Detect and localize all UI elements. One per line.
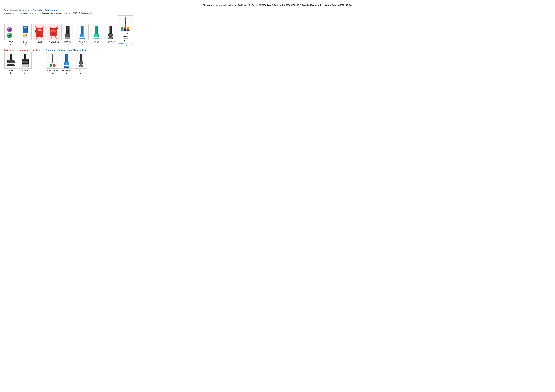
- svg-rect-18: [25, 35, 25, 36]
- svg-point-10: [11, 34, 11, 35]
- svg-point-61: [122, 28, 123, 29]
- usb20-icon: [63, 25, 73, 39]
- ps2-icon: [6, 25, 16, 39]
- svg-rect-80: [22, 61, 28, 63]
- gpu-section: Ports pour carte graphique / moniteur: [4, 49, 41, 75]
- svg-point-59: [125, 25, 126, 27]
- svg-rect-94: [65, 62, 68, 65]
- connector-audio-box: [118, 15, 133, 32]
- connector-lan: LAN 1x: [18, 24, 32, 46]
- usba30-front-icon: [62, 53, 72, 68]
- svg-point-11: [8, 34, 9, 35]
- motherboard-connectors-row: PS/2 1x LAN: [4, 15, 551, 46]
- page-title: Diagramme de connexion Gaming PC Power-X…: [4, 3, 551, 7]
- svg-rect-16: [24, 35, 24, 36]
- connector-hdmi-mb: HDMI 1x: [32, 24, 46, 46]
- front-connectors-row: Audio In/Out 1x: [45, 52, 88, 74]
- svg-rect-19: [25, 35, 26, 36]
- svg-rect-53: [109, 34, 112, 36]
- connector-audio-front-box: [46, 52, 59, 69]
- svg-point-2: [9, 29, 10, 30]
- toslink-note: *Toslink S/PDIF Digital Audio: [118, 43, 133, 46]
- lan-icon: [20, 25, 30, 39]
- hdmi-mb-icon: [35, 25, 44, 39]
- gpu-section-title: Ports pour carte graphique / moniteur: [4, 49, 41, 51]
- svg-point-9: [9, 33, 10, 34]
- connector-hdmi-gpu-box: [4, 52, 17, 69]
- mb-subtitle: (les connexions moniteur/carte graphique…: [4, 12, 551, 14]
- connector-audio-front-label: Audio In/Out 1x: [47, 69, 58, 74]
- svg-rect-50: [94, 38, 98, 39]
- svg-rect-17: [24, 35, 25, 36]
- connector-usbc31: USB-C 3.1 1x: [103, 24, 118, 46]
- audio-icon: [119, 17, 132, 31]
- svg-point-4: [11, 28, 11, 29]
- svg-rect-101: [80, 65, 83, 67]
- svg-marker-79: [22, 59, 29, 60]
- svg-marker-76: [7, 64, 14, 66]
- svg-point-8: [9, 35, 10, 36]
- connector-usb20: USB 2.0 4x: [61, 24, 75, 46]
- connector-usba30-front: USB-A 3.0 2x: [60, 52, 74, 74]
- svg-point-3: [9, 27, 10, 28]
- connector-dp-mb: Display Port 1x: [46, 24, 61, 46]
- svg-rect-51: [110, 26, 111, 34]
- svg-point-87: [52, 62, 53, 64]
- connector-dp-gpu-box: [19, 52, 32, 69]
- connector-audio-front: Audio In/Out 1x: [45, 52, 60, 74]
- usba30-icon: [77, 25, 87, 39]
- connector-usba30-front-label: USB-A 3.0 2x: [62, 69, 71, 74]
- dp-gpu-icon: [20, 53, 30, 68]
- svg-rect-71: [127, 30, 129, 31]
- svg-rect-72: [10, 54, 12, 60]
- svg-rect-46: [95, 26, 98, 35]
- connector-usbc31-label: USB-C 3.1 1x: [106, 41, 115, 46]
- connector-usb20-box: [61, 24, 74, 41]
- connector-audio: Audio Connectors Toslink 7.1x *Toslink S…: [118, 15, 133, 46]
- connector-dp-gpu-label: Display Port 3x: [20, 69, 30, 74]
- svg-rect-45: [80, 38, 84, 39]
- svg-point-5: [8, 28, 9, 29]
- connector-hdmi-gpu-label: HDMI 1x: [8, 69, 14, 74]
- svg-rect-97: [80, 54, 82, 62]
- connector-hdmi-mb-box: [33, 24, 46, 41]
- svg-rect-85: [52, 58, 53, 61]
- connector-usbc31-front-box: [74, 52, 88, 69]
- svg-rect-92: [66, 54, 68, 62]
- svg-rect-48: [95, 34, 98, 37]
- svg-point-65: [127, 28, 128, 29]
- audio-front-icon: [48, 53, 57, 68]
- dp-mb-icon: [49, 25, 58, 39]
- connector-ps2-box: [4, 24, 17, 41]
- connector-audio-label: Audio Connectors Toslink 7.1x: [121, 33, 130, 43]
- usbc31-icon: [106, 25, 115, 39]
- connector-usba30: USB-A 3.0 2x: [75, 24, 89, 46]
- usbc31-front-icon: [76, 53, 86, 68]
- bottom-sections: Ports pour carte graphique / moniteur: [4, 49, 551, 75]
- mb-header1: Connexions de la carte mère: [4, 9, 32, 11]
- front-section: Connexions frontales avant / haut du boî…: [45, 49, 88, 75]
- svg-rect-20: [26, 35, 26, 36]
- connector-ps2: PS/2 1x: [4, 24, 18, 46]
- svg-point-89: [50, 65, 51, 66]
- svg-rect-38: [68, 27, 69, 28]
- usba31-icon: [92, 25, 101, 39]
- svg-rect-40: [66, 38, 70, 39]
- svg-point-34: [67, 29, 68, 30]
- svg-rect-99: [80, 62, 83, 64]
- svg-marker-74: [7, 60, 14, 62]
- svg-point-37: [67, 28, 67, 28]
- connector-usba30-label: USB-A 3.0 2x: [78, 41, 87, 46]
- svg-rect-96: [65, 66, 69, 67]
- front-section-title: Connexions frontales avant / haut du boî…: [45, 49, 88, 51]
- hdmi-gpu-icon: [6, 53, 16, 68]
- connector-usba31-box: [90, 24, 103, 41]
- svg-rect-43: [80, 34, 84, 37]
- connector-usba30-box: [76, 24, 89, 41]
- svg-rect-13: [24, 27, 27, 28]
- svg-rect-57: [125, 21, 126, 24]
- svg-rect-33: [66, 34, 70, 36]
- connector-hdmi-gpu: HDMI 1x: [4, 52, 18, 74]
- connector-usba31-label: USB-A 3.1 1x: [92, 41, 101, 46]
- connector-usbc31-box: [104, 24, 117, 41]
